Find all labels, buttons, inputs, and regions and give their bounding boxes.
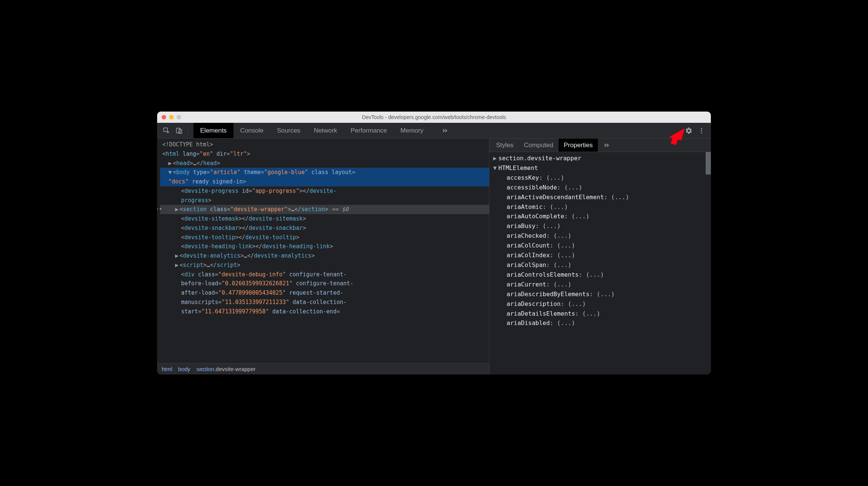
window-title: DevTools - developers.google.com/web/too… xyxy=(157,114,711,120)
dom-devsite-snackbar[interactable]: <devsite-snackbar></devsite-snackbar> xyxy=(160,224,489,233)
prop-row[interactable]: ariaChecked: (...) xyxy=(492,231,711,241)
tab-network[interactable]: Network xyxy=(307,123,344,138)
elements-pane: <!DOCTYPE html> <html lang="en" dir="ltr… xyxy=(157,139,489,374)
scrollbar-thumb[interactable] xyxy=(706,152,711,174)
prop-row[interactable]: ariaAutoComplete: (...) xyxy=(492,212,711,221)
dom-devsite-progress[interactable]: <devsite-progress id="app-progress"></de… xyxy=(160,186,489,205)
prop-row[interactable]: ariaAtomic: (...) xyxy=(492,202,711,212)
prop-section-proto[interactable]: ▼HTMLElement xyxy=(492,163,711,173)
titlebar: DevTools - developers.google.com/web/too… xyxy=(157,112,711,123)
tab-console[interactable]: Console xyxy=(233,123,270,138)
dom-div-debug[interactable]: <div class="devsite-debug-info" configur… xyxy=(160,270,489,316)
settings-icon[interactable] xyxy=(682,124,695,137)
tab-memory[interactable]: Memory xyxy=(394,123,430,138)
tab-sources[interactable]: Sources xyxy=(270,123,307,138)
inspect-element-icon[interactable] xyxy=(160,124,173,137)
svg-rect-1 xyxy=(177,128,180,133)
tab-elements[interactable]: Elements xyxy=(193,123,233,138)
traffic-lights xyxy=(162,115,181,119)
device-toolbar-icon[interactable] xyxy=(173,124,186,137)
prop-row[interactable]: ariaDisabled: (...) xyxy=(492,318,711,328)
dom-devsite-sitemask[interactable]: <devsite-sitemask></devsite-sitemask> xyxy=(160,214,489,224)
dom-devsite-heading-link[interactable]: <devsite-heading-link></devsite-heading-… xyxy=(160,242,489,251)
prop-row[interactable]: ariaDetailsElements: (...) xyxy=(492,309,711,319)
gutter-dots-icon[interactable]: ••• xyxy=(157,205,162,213)
tab-properties[interactable]: Properties xyxy=(559,139,598,152)
svg-point-4 xyxy=(701,130,702,131)
crumb-section[interactable]: section.devsite-wrapper xyxy=(196,366,256,372)
prop-row[interactable]: accessibleNode: (...) xyxy=(492,183,711,192)
prop-row[interactable]: ariaControlsElements: (...) xyxy=(492,270,711,280)
dom-html[interactable]: <html lang="en" dir="ltr"> xyxy=(160,149,489,159)
dom-devsite-analytics[interactable]: ▶<devsite-analytics>…</devsite-analytics… xyxy=(160,251,489,261)
crumb-body[interactable]: body xyxy=(178,366,190,372)
toolbar-right xyxy=(682,124,708,137)
minimize-icon[interactable] xyxy=(169,115,174,119)
prop-section-node[interactable]: ▶section.devsite-wrapper xyxy=(492,154,711,163)
sidebar-tabs: Styles Computed Properties xyxy=(489,139,711,152)
more-panels-icon[interactable] xyxy=(435,123,455,138)
svg-point-5 xyxy=(701,132,702,133)
prop-row[interactable]: ariaActiveDescendantElement: (...) xyxy=(492,192,711,202)
prop-row[interactable]: ariaDescription: (...) xyxy=(492,299,711,309)
breadcrumb: html body section.devsite-wrapper xyxy=(157,363,489,374)
kebab-menu-icon[interactable] xyxy=(695,124,708,137)
divider xyxy=(188,127,188,135)
dom-tree[interactable]: <!DOCTYPE html> <html lang="en" dir="ltr… xyxy=(157,139,489,363)
prop-row[interactable]: ariaColCount: (...) xyxy=(492,241,711,250)
dom-head[interactable]: ▶<head>…</head> xyxy=(160,159,489,168)
prop-row[interactable]: ariaBusy: (...) xyxy=(492,221,711,231)
prop-row[interactable]: accessKey: (...) xyxy=(492,173,711,183)
svg-point-3 xyxy=(701,128,702,129)
tab-computed[interactable]: Computed xyxy=(519,139,558,152)
devtools-window: DevTools - developers.google.com/web/too… xyxy=(157,112,711,374)
sidebar-pane: Styles Computed Properties ▶section.devs… xyxy=(489,139,711,374)
crumb-html[interactable]: html xyxy=(162,366,172,372)
dom-body[interactable]: ▼<body type="article" theme="google-blue… xyxy=(160,168,489,186)
panel-tabs: Elements Console Sources Network Perform… xyxy=(193,123,455,138)
properties-panel[interactable]: ▶section.devsite-wrapper ▼HTMLElement ac… xyxy=(489,152,711,374)
dom-section-selected[interactable]: •••▶<section class="devsite-wrapper">…</… xyxy=(160,205,489,214)
prop-row[interactable]: ariaColSpan: (...) xyxy=(492,260,711,270)
prop-row[interactable]: ariaColIndex: (...) xyxy=(492,250,711,260)
tab-performance[interactable]: Performance xyxy=(344,123,394,138)
more-sidebar-tabs-icon[interactable] xyxy=(598,139,615,152)
maximize-icon[interactable] xyxy=(177,115,181,119)
dom-doctype[interactable]: <!DOCTYPE html> xyxy=(160,140,489,149)
main-toolbar: Elements Console Sources Network Perform… xyxy=(157,123,711,139)
dom-script[interactable]: ▶<script>…</script> xyxy=(160,261,489,270)
tab-styles[interactable]: Styles xyxy=(491,139,519,152)
prop-row[interactable]: ariaCurrent: (...) xyxy=(492,280,711,289)
content: <!DOCTYPE html> <html lang="en" dir="ltr… xyxy=(157,139,711,374)
dom-devsite-tooltip[interactable]: <devsite-tooltip></devsite-tooltip> xyxy=(160,233,489,242)
close-icon[interactable] xyxy=(162,115,166,119)
prop-row[interactable]: ariaDescribedByElements: (...) xyxy=(492,289,711,299)
